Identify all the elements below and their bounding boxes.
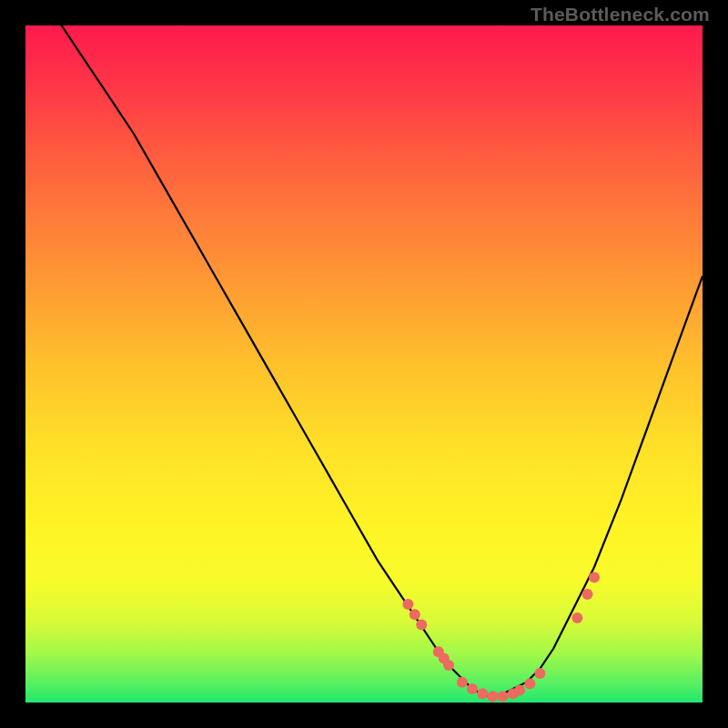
- data-marker: [534, 668, 545, 679]
- bottleneck-curve: [25, 0, 703, 696]
- watermark: TheBottleneck.com: [531, 4, 710, 25]
- data-marker: [498, 691, 509, 702]
- data-marker: [524, 678, 535, 689]
- data-marker: [589, 571, 600, 582]
- data-marker: [582, 589, 593, 600]
- curve-layer: [0, 0, 728, 728]
- data-marker: [467, 683, 478, 694]
- data-marker: [457, 677, 468, 688]
- data-marker: [571, 612, 582, 623]
- data-marker: [402, 599, 413, 610]
- data-marker: [514, 685, 525, 696]
- data-marker: [416, 619, 427, 630]
- data-marker: [443, 660, 454, 671]
- data-marker: [410, 609, 420, 620]
- marker-group: [402, 571, 600, 702]
- data-marker: [477, 688, 488, 699]
- data-marker: [487, 691, 498, 702]
- chart-stage: TheBottleneck.com: [0, 0, 728, 728]
